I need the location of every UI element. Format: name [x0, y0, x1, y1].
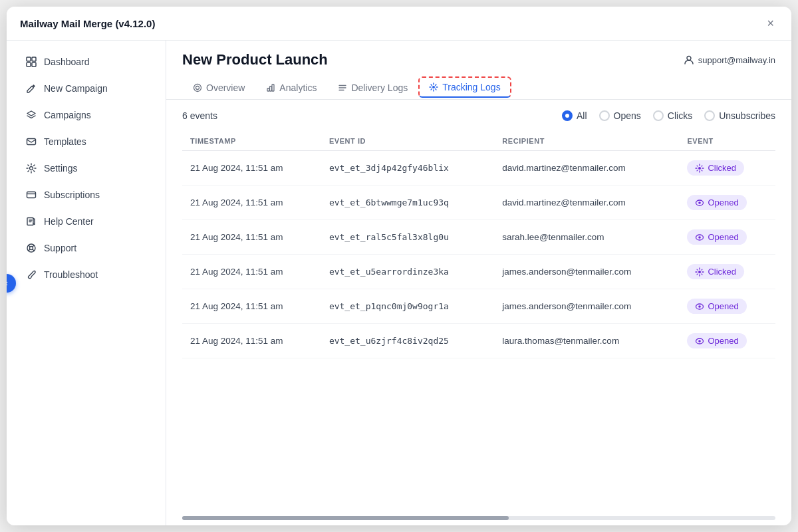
tab-delivery-logs[interactable]: Delivery Logs	[327, 77, 418, 100]
sidebar-item-troubleshoot[interactable]: Troubleshoot	[12, 262, 160, 287]
sidebar-label-settings: Settings	[44, 163, 78, 174]
svg-rect-2	[27, 63, 31, 66]
filter-opens[interactable]: Opens	[599, 110, 641, 121]
svg-rect-4	[27, 139, 36, 145]
table-row: 21 Aug 2024, 11:51 am evt_et_ral5c5fal3x…	[182, 220, 775, 255]
sidebar-item-templates[interactable]: Templates	[12, 129, 160, 154]
event-label: Opened	[708, 301, 738, 311]
cell-timestamp: 21 Aug 2024, 11:51 am	[182, 151, 321, 186]
sidebar-label-dashboard: Dashboard	[44, 57, 90, 67]
horizontal-scrollbar[interactable]	[182, 516, 775, 520]
tracking-icon	[429, 82, 438, 92]
tab-analytics[interactable]: Analytics	[255, 77, 327, 100]
user-info: support@mailway.in	[684, 55, 775, 65]
cell-recipient: james.anderson@tenmailer.com	[494, 289, 679, 324]
cell-event: Clicked	[679, 255, 775, 289]
radio-clicks[interactable]	[653, 110, 664, 121]
svg-rect-13	[270, 86, 272, 91]
svg-point-10	[194, 84, 201, 91]
col-recipient: RECIPIENT	[494, 132, 679, 151]
sidebar-label-templates: Templates	[44, 136, 86, 147]
radio-unsubscribes[interactable]	[704, 110, 715, 121]
sidebar-label-help-center: Help Center	[44, 216, 94, 227]
event-badge: Opened	[687, 195, 746, 210]
sidebar-item-new-campaign[interactable]: New Campaign	[12, 76, 160, 101]
filter-clicks-label: Clicks	[668, 110, 692, 121]
edit-icon	[25, 82, 37, 94]
cell-recipient: james.anderson@tenmailer.com	[494, 255, 679, 289]
opened-icon	[695, 302, 704, 311]
tab-label-overview: Overview	[206, 82, 245, 93]
sidebar-item-support[interactable]: Support	[12, 235, 160, 261]
close-button[interactable]: ×	[763, 16, 778, 31]
opened-icon	[695, 198, 704, 207]
app-body: Dashboard New Campaign C	[7, 41, 791, 525]
tabs-bar: Overview Analytics	[166, 68, 791, 100]
radio-all[interactable]	[562, 110, 573, 121]
filter-unsubscribes-label: Unsubscribes	[719, 110, 775, 121]
cell-recipient: laura.thomas@tenmailer.com	[494, 324, 679, 358]
tracking-table: TIMESTAMP EVENT ID RECIPIENT EVENT 21 Au…	[166, 132, 791, 511]
svg-point-16	[698, 167, 701, 170]
cell-event-id: evt_et_u6zjrf4c8iv2qd25	[321, 324, 494, 358]
cell-timestamp: 21 Aug 2024, 11:51 am	[182, 324, 321, 358]
table-row: 21 Aug 2024, 11:51 am evt_et_p1qnc0mj0w9…	[182, 289, 775, 324]
sidebar-label-new-campaign: New Campaign	[44, 83, 108, 94]
svg-point-21	[698, 271, 701, 273]
sidebar-item-subscriptions[interactable]: Subscriptions	[12, 182, 160, 207]
sidebar-item-campaigns[interactable]: Campaigns	[12, 102, 160, 128]
sidebar-item-help-center[interactable]: Help Center	[12, 209, 160, 234]
cell-event-id: evt_et_p1qnc0mj0w9ogr1a	[321, 289, 494, 324]
svg-point-5	[30, 167, 33, 170]
filter-clicks[interactable]: Clicks	[653, 110, 692, 121]
cell-timestamp: 21 Aug 2024, 11:51 am	[182, 220, 321, 255]
col-timestamp: TIMESTAMP	[182, 132, 321, 151]
cell-event: Opened	[679, 186, 775, 220]
clicked-icon	[695, 267, 704, 277]
sidebar-item-dashboard[interactable]: Dashboard	[12, 49, 160, 74]
app-window: Mailway Mail Merge (v4.12.0) × Dashboard	[7, 7, 791, 525]
svg-point-9	[687, 57, 691, 61]
user-icon	[684, 55, 694, 65]
sidebar-item-settings[interactable]: Settings	[12, 156, 160, 181]
layers-icon	[25, 109, 37, 121]
filter-options: All Opens Clicks Unsubscribes	[562, 110, 775, 121]
mail-icon	[25, 136, 37, 148]
main-header: New Product Launch support@mailway.in	[166, 41, 791, 68]
cell-event-id: evt_et_3dj4p42gfy46blix	[321, 151, 494, 186]
filter-unsubscribes[interactable]: Unsubscribes	[704, 110, 775, 121]
col-event-id: EVENT ID	[321, 132, 494, 151]
filter-all[interactable]: All	[562, 110, 587, 121]
event-label: Clicked	[708, 267, 736, 277]
cell-event-id: evt_et_ral5c5fal3x8lg0u	[321, 220, 494, 255]
settings-icon	[25, 162, 37, 174]
table-row: 21 Aug 2024, 11:51 am evt_et_6btwwmge7m1…	[182, 186, 775, 220]
filter-opens-label: Opens	[614, 110, 641, 121]
scrollbar-thumb[interactable]	[182, 516, 509, 520]
list-icon	[338, 83, 347, 92]
svg-rect-1	[32, 57, 36, 61]
table-row: 21 Aug 2024, 11:51 am evt_et_u5earrordin…	[182, 255, 775, 289]
svg-point-11	[196, 86, 200, 89]
opened-icon	[695, 233, 704, 242]
support-icon	[25, 242, 37, 254]
radio-opens[interactable]	[599, 110, 610, 121]
clicked-icon	[695, 164, 704, 173]
svg-rect-0	[27, 57, 31, 61]
sidebar-label-troubleshoot: Troubleshoot	[44, 269, 98, 280]
svg-rect-14	[272, 84, 274, 91]
cell-event: Opened	[679, 220, 775, 255]
tab-tracking-logs[interactable]: Tracking Logs	[418, 76, 511, 98]
table-row: 21 Aug 2024, 11:51 am evt_et_u6zjrf4c8iv…	[182, 324, 775, 358]
user-email: support@mailway.in	[698, 55, 775, 65]
events-count: 6 events	[182, 110, 217, 121]
bar-chart-icon	[266, 83, 275, 92]
cell-event: Clicked	[679, 151, 775, 186]
tab-overview[interactable]: Overview	[182, 77, 255, 100]
card-icon	[25, 189, 37, 201]
event-label: Opened	[708, 198, 738, 207]
event-badge: Clicked	[687, 264, 744, 279]
table-row: 21 Aug 2024, 11:51 am evt_et_3dj4p42gfy4…	[182, 151, 775, 186]
svg-point-20	[699, 236, 702, 239]
wrench-icon	[25, 269, 37, 281]
